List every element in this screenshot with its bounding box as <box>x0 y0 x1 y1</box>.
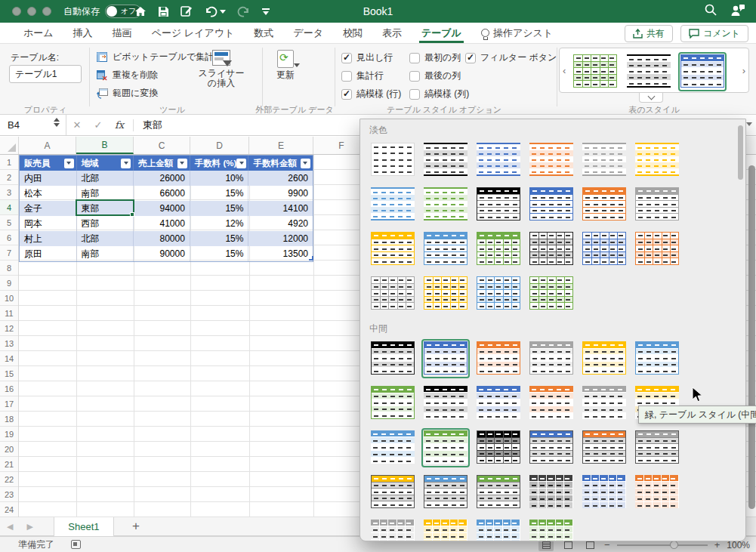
medium-style-thumb-black-mseg[interactable] <box>421 384 470 423</box>
light-style-thumb-yellow-hdr[interactable] <box>369 230 417 269</box>
name-box-stepper[interactable] <box>54 118 60 127</box>
light-style-thumb-black-grid[interactable] <box>527 230 575 269</box>
gallery-scroll-right-icon[interactable]: › <box>742 65 745 76</box>
medium-style-thumb-green-mseg[interactable] <box>421 428 470 467</box>
light-style-thumb-orange-stripe[interactable] <box>527 140 575 180</box>
light-style-thumb-blue2-grid[interactable] <box>474 274 523 313</box>
tab-view[interactable]: 表示 <box>372 23 412 43</box>
formula-input[interactable]: 東部 <box>137 119 162 132</box>
table-cell[interactable]: 西部 <box>77 216 134 231</box>
table-cell[interactable]: 岡本 <box>20 216 77 231</box>
table-cell[interactable]: 南部 <box>77 186 134 201</box>
checkbox-最初の列[interactable]: 最初の列 <box>409 51 461 64</box>
add-sheet-icon[interactable]: + <box>132 519 140 534</box>
sheet-nav-left-icon[interactable]: ◀ <box>0 522 20 532</box>
table-cell[interactable]: 南部 <box>77 246 134 261</box>
table-cell[interactable]: 41000 <box>134 216 190 231</box>
zoom-slider-knob[interactable] <box>670 541 678 549</box>
row-header-20[interactable]: 20 <box>0 442 18 457</box>
medium-style-thumb-gray-mhdr[interactable] <box>527 339 575 378</box>
column-header-D[interactable]: D <box>190 137 249 154</box>
refresh-dropdown-icon[interactable] <box>294 63 300 67</box>
row-header-15[interactable]: 15 <box>0 366 18 381</box>
table-cell[interactable]: 2600 <box>248 171 313 186</box>
light-style-thumb-blue-stripe[interactable] <box>474 140 523 180</box>
search-icon[interactable] <box>705 4 717 19</box>
light-style-thumb-gray-stripe[interactable] <box>580 140 628 180</box>
light-style-thumb-orange-hdr[interactable] <box>580 185 628 224</box>
table-header-cell[interactable]: 手数料 (%) <box>190 156 249 171</box>
table-header-cell[interactable]: 販売員 <box>20 156 77 171</box>
table-cell[interactable]: 原田 <box>20 246 77 261</box>
light-style-thumb-blue-hdr[interactable] <box>527 185 575 224</box>
column-header-E[interactable]: E <box>249 137 313 154</box>
row-header-10[interactable]: 10 <box>0 291 18 306</box>
medium-style-thumb-blue-mfill[interactable] <box>580 473 628 512</box>
tab-insert[interactable]: 挿入 <box>63 23 103 43</box>
medium-style-thumb-orange-mseg[interactable] <box>527 384 575 423</box>
medium-style-thumb-blue-mtop[interactable] <box>527 428 575 467</box>
table-cell[interactable]: 12% <box>190 216 249 231</box>
insert-slicer-button[interactable]: スライサーの挿入 <box>195 50 248 88</box>
insert-function-icon[interactable]: fx <box>109 119 130 131</box>
medium-style-thumb-blue-mhdr[interactable] <box>421 339 470 378</box>
share-button[interactable]: 共有 <box>625 25 673 42</box>
share-profile-icon[interactable] <box>730 4 745 20</box>
table-styles-gallery-expand-button[interactable] <box>639 93 663 103</box>
table-cell[interactable]: 15% <box>190 246 249 261</box>
filter-button[interactable] <box>121 159 131 168</box>
vertical-scrollbar[interactable] <box>748 165 755 509</box>
formula-bar-expand-icon[interactable] <box>746 122 752 126</box>
tab-data[interactable]: データ <box>283 23 333 43</box>
row-header-13[interactable]: 13 <box>0 336 18 351</box>
close-window-button[interactable] <box>12 7 21 16</box>
edit-mode-icon[interactable] <box>181 5 193 17</box>
light-style-thumb-yellow-grid[interactable] <box>421 274 470 313</box>
row-header-23[interactable]: 23 <box>0 487 18 502</box>
traffic-lights[interactable] <box>12 7 51 16</box>
ribbon-style-thumb-green-grid[interactable] <box>571 52 619 91</box>
checkbox-icon[interactable] <box>409 71 420 82</box>
table-cell[interactable]: 90000 <box>134 246 190 261</box>
medium-style-thumb-green-mtop[interactable] <box>474 473 523 512</box>
tab-review[interactable]: 校閲 <box>333 23 372 43</box>
medium-style-thumb-blue2-mhdr[interactable] <box>633 339 681 378</box>
checkbox-icon[interactable] <box>409 89 420 100</box>
row-header-11[interactable]: 11 <box>0 306 18 321</box>
autosave-control[interactable]: 自動保存 オフ <box>63 0 141 23</box>
checkbox-集計行[interactable]: 集計行 <box>341 69 384 82</box>
table-cell[interactable]: 15% <box>190 186 249 201</box>
minimize-window-button[interactable] <box>27 7 36 16</box>
table-cell[interactable]: 北部 <box>77 231 134 246</box>
filter-button[interactable] <box>236 159 246 168</box>
save-icon[interactable] <box>158 6 169 17</box>
column-header-B[interactable]: B <box>76 137 134 154</box>
table-cell[interactable]: 15% <box>190 201 249 216</box>
ribbon-style-thumb-blue-mhdr[interactable] <box>678 52 727 91</box>
table-cell[interactable]: 村上 <box>20 231 77 246</box>
tab-home[interactable]: ホーム <box>14 23 63 43</box>
home-icon[interactable] <box>134 5 147 17</box>
checkbox-icon[interactable] <box>409 53 420 63</box>
row-header-2[interactable]: 2 <box>0 170 18 185</box>
row-header-3[interactable]: 3 <box>0 185 18 200</box>
column-header-A[interactable]: A <box>19 137 76 154</box>
medium-style-thumb-gray-mseg[interactable] <box>580 384 628 423</box>
light-style-thumb-green-grid[interactable] <box>527 274 575 313</box>
row-header-24[interactable]: 24 <box>0 502 18 517</box>
ribbon-style-thumb-black-stripe[interactable] <box>625 52 673 91</box>
table-cell[interactable]: 東部 <box>77 201 134 216</box>
filter-button[interactable] <box>64 159 74 168</box>
row-header-22[interactable]: 22 <box>0 472 18 487</box>
table-cell[interactable]: 94000 <box>134 201 190 216</box>
zoom-slider[interactable] <box>617 544 708 546</box>
checkbox-フィルター ボタン[interactable]: フィルター ボタン <box>465 51 557 64</box>
light-style-thumb-blue-grid[interactable] <box>580 230 628 269</box>
medium-style-thumb-black-mhdr[interactable] <box>369 339 417 378</box>
checkbox-最後の列[interactable]: 最後の列 <box>409 69 461 82</box>
medium-style-thumb-gray-mtop[interactable] <box>633 428 681 467</box>
sheet-tab-active[interactable]: Sheet1 <box>54 517 114 536</box>
table-cell[interactable]: 13500 <box>248 246 313 261</box>
tab-draw[interactable]: 描画 <box>103 23 142 43</box>
table-cell[interactable]: 内田 <box>20 171 77 186</box>
